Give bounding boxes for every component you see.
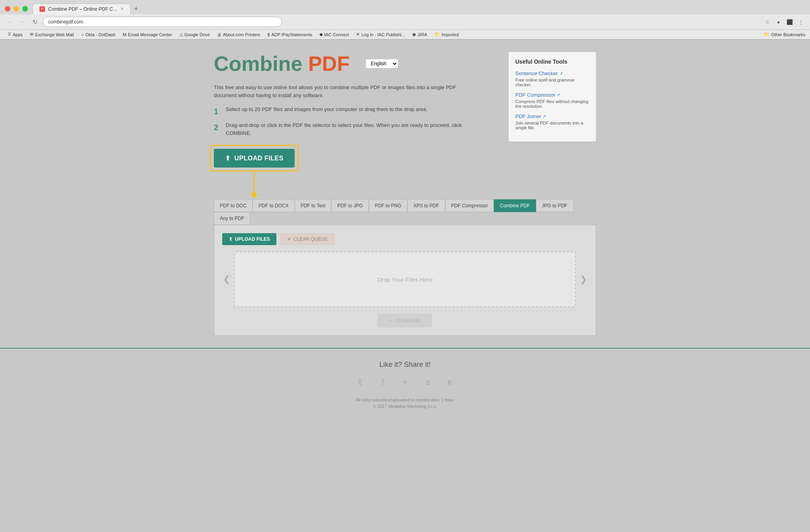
bookmark-star-icon[interactable]: ☆ — [763, 18, 772, 26]
bookmark-adp-label: ADP iPayStatements — [272, 32, 313, 37]
header-area: Combine PDF English French German Spanis… — [214, 52, 497, 76]
reddit-share-icon[interactable]: ʀ — [442, 375, 457, 390]
sidebar-title: Useful Online Tools — [515, 58, 589, 65]
sentence-checker-link[interactable]: Sentence Checker ↗ — [515, 70, 589, 76]
facebook-share-icon[interactable]: f — [376, 375, 390, 390]
scroll-left-arrow[interactable]: ❮ — [223, 274, 230, 285]
bookmark-printers[interactable]: 🖨 About.com Printers — [214, 31, 264, 38]
language-selector[interactable]: English French German Spanish — [366, 59, 398, 68]
bookmark-apps-label: Apps — [13, 32, 23, 37]
language-dropdown[interactable]: English French German Spanish — [366, 59, 398, 68]
bookmark-adp[interactable]: $ ADP iPayStatements — [264, 31, 315, 38]
pdf-joiner-link[interactable]: PDF Joiner ↗ — [515, 113, 589, 119]
browser-chrome: P Combine PDF – Online PDF C... ✕ + ← → … — [0, 0, 810, 40]
checkmark-icon: ✓ — [389, 318, 393, 323]
footer-section: Like it? Share it! 𝕥 f + ƨ ʀ All data su… — [0, 348, 810, 417]
close-window-button[interactable] — [5, 6, 10, 12]
bookmark-iac-login[interactable]: ✕ Log In - IAC Publishi... — [353, 31, 408, 38]
upload-arrow-icon: ⬆ — [225, 154, 231, 162]
bookmark-exchange-label: Exchange Web Mail — [35, 32, 74, 37]
scroll-right-arrow[interactable]: ❯ — [580, 274, 587, 285]
tab-pdf-compressor[interactable]: PDF Compressor — [445, 199, 494, 212]
drop-area[interactable]: ❮ Drop Your Files Here ❯ — [234, 251, 576, 307]
bookmark-exchange[interactable]: ✉ Exchange Web Mail — [27, 31, 77, 38]
external-link-icon-2: ↗ — [557, 93, 560, 97]
sidebar-tool-pdf-joiner: PDF Joiner ↗ Join several PDF documents … — [515, 113, 589, 130]
drop-area-wrapper: ❮ Drop Your Files Here ❯ — [222, 251, 588, 307]
combine-btn-wrapper: ✓ COMBINE — [222, 307, 588, 327]
bookmark-jira[interactable]: ◉ JIRA — [409, 31, 430, 38]
forward-button[interactable]: → — [18, 17, 27, 27]
bookmark-printers-label: About.com Printers — [223, 32, 260, 37]
back-button[interactable]: ← — [5, 17, 14, 27]
minimize-window-button[interactable] — [14, 6, 19, 12]
bookmark-gmail[interactable]: M Email Message Center — [119, 31, 175, 38]
settings-icon[interactable]: ⋮ — [796, 18, 805, 26]
stumbleupon-share-icon[interactable]: ƨ — [420, 375, 434, 390]
description-text: This free and easy to use online tool al… — [214, 84, 473, 99]
tab-pdf-to-docx[interactable]: PDF to DOCX — [252, 199, 294, 212]
twitter-share-icon[interactable]: 𝕥 — [353, 375, 368, 390]
googleplus-share-icon[interactable]: + — [398, 375, 412, 390]
bookmark-jira-label: JIRA — [418, 32, 427, 37]
bookmark-gdrive[interactable]: △ Google Drive — [176, 31, 213, 38]
address-bar[interactable]: combinepdf.com — [43, 17, 282, 27]
folder-icon-other: 📁 — [764, 32, 769, 37]
step-2-number: 2 — [214, 121, 222, 137]
bookmark-iac-connect[interactable]: ◆ IAC Connect — [316, 31, 352, 38]
tab-close-button[interactable]: ✕ — [120, 6, 124, 12]
bookmark-okta[interactable]: ○ Okta - DotDash — [78, 31, 119, 38]
clear-queue-button[interactable]: ✕ CLEAR QUEUE — [280, 233, 335, 245]
bookmark-gdrive-label: Google Drive — [184, 32, 210, 37]
active-tab[interactable]: P Combine PDF – Online PDF C... ✕ — [33, 4, 131, 14]
tool-tabs: PDF to DOC PDF to DOCX PDF to Text PDF t… — [214, 199, 596, 225]
user-avatar-icon[interactable]: ● — [774, 18, 783, 26]
extensions-icon[interactable]: ⬛ — [785, 18, 794, 26]
pdf-compressor-link[interactable]: PDF Compressor ↗ — [515, 92, 589, 98]
folder-icon: 📁 — [434, 32, 440, 37]
traffic-lights — [5, 6, 28, 12]
tab-pdf-to-text[interactable]: PDF to Text — [295, 199, 331, 212]
tab-pdf-to-doc[interactable]: PDF to DOC — [214, 199, 252, 212]
x-icon: ✕ — [356, 32, 360, 37]
bookmarks-bar: ⠿ Apps ✉ Exchange Web Mail ○ Okta - DotD… — [0, 30, 810, 39]
logo-pdf-text: PDF — [308, 52, 350, 75]
upload-files-small-label: UPLOAD FILES — [235, 236, 270, 242]
sidebar-tool-pdf-compressor: PDF Compressor ↗ Compress PDF files with… — [515, 92, 589, 109]
reload-button[interactable]: ↻ — [30, 17, 40, 27]
tab-pdf-to-png[interactable]: PDF to PNG — [369, 199, 407, 212]
bookmark-imported[interactable]: 📁 Imported — [431, 31, 462, 38]
tab-any-to-pdf[interactable]: Any to PDF — [214, 212, 250, 225]
upload-icon-small: ⬆ — [229, 236, 233, 242]
pdf-compressor-label: PDF Compressor — [515, 92, 555, 98]
other-bookmarks[interactable]: 📁 Other Bookmarks — [764, 32, 805, 37]
mail-icon: ✉ — [30, 32, 33, 37]
title-bar: P Combine PDF – Online PDF C... ✕ + — [0, 0, 810, 14]
okta-icon: ○ — [81, 32, 84, 37]
tab-combine-pdf[interactable]: Combine PDF — [494, 199, 536, 212]
step-1-text: Select up to 20 PDF files and images fro… — [226, 105, 428, 117]
jira-icon: ◉ — [412, 32, 416, 37]
drop-zone-container: ⬆ UPLOAD FILES ✕ CLEAR QUEUE ❮ Drop Your… — [214, 225, 596, 336]
tab-jpg-to-pdf[interactable]: JPG to PDF — [536, 199, 573, 212]
clear-icon: ✕ — [287, 236, 291, 242]
bookmark-apps[interactable]: ⠿ Apps — [5, 31, 26, 38]
maximize-window-button[interactable] — [22, 6, 28, 12]
nav-bar: ← → ↻ combinepdf.com ☆ ● ⬛ ⋮ — [0, 14, 810, 30]
drop-zone-toolbar: ⬆ UPLOAD FILES ✕ CLEAR QUEUE — [222, 233, 588, 245]
apps-grid-icon: ⠿ — [8, 32, 11, 37]
external-link-icon-1: ↗ — [560, 71, 563, 76]
upload-files-button-main[interactable]: ⬆ UPLOAD FILES — [214, 149, 295, 168]
gmail-icon: M — [123, 32, 126, 37]
upload-files-button-small[interactable]: ⬆ UPLOAD FILES — [222, 233, 276, 245]
sentence-checker-label: Sentence Checker — [515, 70, 558, 76]
content-row: Combine PDF English French German Spanis… — [214, 52, 596, 199]
site-logo: Combine PDF — [214, 52, 350, 76]
tab-xps-to-pdf[interactable]: XPS to PDF — [407, 199, 445, 212]
sentence-checker-desc: Free online spell and grammar checker. — [515, 78, 589, 87]
new-tab-button[interactable]: + — [131, 3, 142, 14]
tab-pdf-to-jpg[interactable]: PDF to JPG — [331, 199, 369, 212]
combine-button[interactable]: ✓ COMBINE — [378, 314, 432, 327]
url-text: combinepdf.com — [48, 19, 83, 25]
upload-files-label: UPLOAD FILES — [235, 155, 284, 162]
